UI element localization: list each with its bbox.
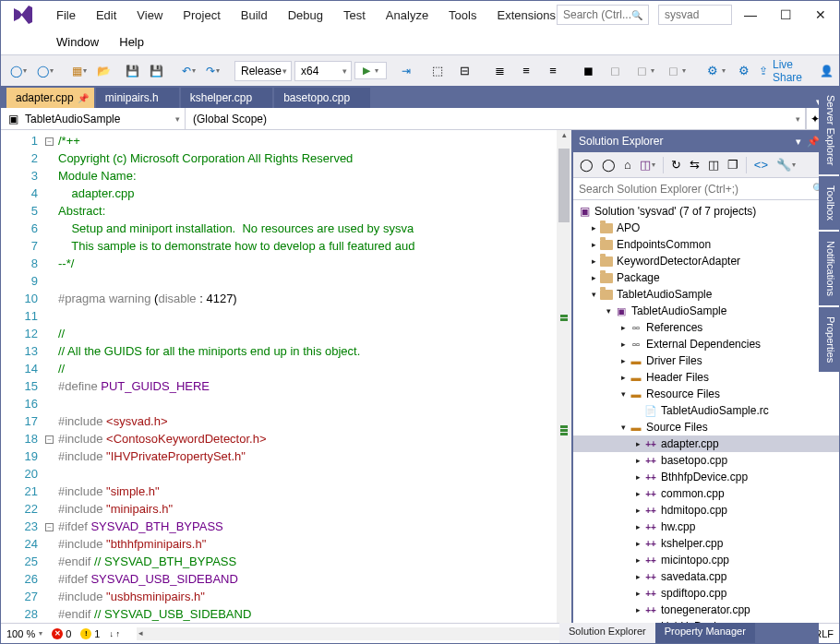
- expand-icon[interactable]: ▸: [618, 356, 629, 365]
- se-copy-icon[interactable]: ❐: [725, 156, 741, 173]
- expand-icon[interactable]: ▸: [632, 506, 643, 515]
- redo-button[interactable]: ↷▾: [202, 62, 223, 80]
- menu-extensions[interactable]: Extensions: [487, 6, 565, 25]
- open-file-button[interactable]: 📂▾: [93, 62, 119, 80]
- bottom-tab-property-manager[interactable]: Property Manager: [655, 623, 755, 643]
- bottom-tab-solution-explorer[interactable]: Solution Explorer: [559, 623, 655, 643]
- se-search[interactable]: 🔍 ▾: [573, 178, 839, 200]
- tree-item-hw-cpp[interactable]: ▸++hw.cpp: [573, 519, 839, 535]
- expand-icon[interactable]: ▸: [632, 605, 643, 614]
- tree-item-kshelper-cpp[interactable]: ▸++kshelper.cpp: [573, 535, 839, 552]
- expand-icon[interactable]: ▸: [588, 240, 599, 249]
- sidetab-notifications[interactable]: Notifications: [819, 232, 839, 305]
- quick-launch-search[interactable]: Search (Ctrl...🔍: [557, 5, 649, 25]
- menu-help[interactable]: Help: [110, 32, 153, 52]
- minimize-button[interactable]: —: [741, 7, 760, 22]
- tree-item-Header-Files[interactable]: ▸▬Header Files: [573, 369, 839, 386]
- tree-item-Source-Files[interactable]: ▾▬Source Files: [573, 419, 839, 435]
- tb-icon-9[interactable]: ⚙▾: [701, 60, 729, 82]
- tb-icon-10[interactable]: ⚙: [732, 60, 756, 82]
- nav-class-select[interactable]: ▣ TabletAudioSample: [1, 108, 186, 129]
- menu-project[interactable]: Project: [174, 6, 229, 25]
- sidetab-properties[interactable]: Properties: [819, 307, 839, 372]
- config-select[interactable]: Release: [234, 61, 292, 81]
- code-editor[interactable]: 1234567891011121314151617181920212223242…: [1, 130, 571, 623]
- fold-gutter[interactable]: −−−−−: [45, 130, 58, 623]
- se-sync-icon[interactable]: ◫▾: [637, 156, 658, 173]
- expand-icon[interactable]: ▸: [632, 555, 643, 565]
- tb-icon-3[interactable]: ≣: [487, 60, 511, 82]
- expand-icon[interactable]: ▸: [618, 373, 629, 382]
- tree-item-basetopo-cpp[interactable]: ▸++basetopo.cpp: [573, 452, 839, 469]
- warning-count[interactable]: !1: [80, 628, 100, 639]
- solution-tree[interactable]: ▣Solution 'sysvad' (7 of 7 projects)▸APO…: [573, 200, 839, 623]
- sidetab-server-explorer[interactable]: Server Explorer: [819, 86, 839, 174]
- sidetab-toolbox[interactable]: Toolbox: [819, 176, 839, 230]
- tree-item-Package[interactable]: ▸Package: [573, 269, 839, 286]
- se-showall-icon[interactable]: ◫: [705, 156, 722, 173]
- tree-item-External-Dependencies[interactable]: ▸▫▫External Dependencies: [573, 336, 839, 352]
- tree-item-savedata-cpp[interactable]: ▸++savedata.cpp: [573, 568, 839, 585]
- save-button[interactable]: 💾: [122, 62, 143, 80]
- se-pin-icon[interactable]: 📌: [807, 136, 820, 148]
- se-back-icon[interactable]: ◯: [577, 156, 596, 173]
- tb-icon-8[interactable]: ◻▾: [661, 60, 690, 82]
- bookmark-icon[interactable]: ◼: [576, 60, 600, 82]
- tree-item-Driver-Files[interactable]: ▸▬Driver Files: [573, 352, 839, 369]
- nav-fwd-button[interactable]: ◯▾: [33, 62, 57, 80]
- tab-kshelper-cpp[interactable]: kshelper.cpp: [181, 88, 272, 108]
- expand-icon[interactable]: ▾: [618, 389, 629, 399]
- tree-item-hdmitopo-cpp[interactable]: ▸++hdmitopo.cpp: [573, 502, 839, 519]
- tb-icon-5[interactable]: ≡: [541, 60, 565, 82]
- tb-icon-4[interactable]: ≡: [514, 60, 538, 82]
- fold-toggle-icon[interactable]: −: [45, 523, 54, 531]
- close-button[interactable]: ✕: [811, 7, 830, 22]
- menu-tools[interactable]: Tools: [439, 6, 486, 25]
- undo-button[interactable]: ↶▾: [178, 62, 199, 80]
- code-content[interactable]: /*++Copyright (c) Microsoft Corporation …: [58, 130, 557, 623]
- menu-debug[interactable]: Debug: [279, 6, 332, 25]
- tab-adapter-cpp[interactable]: adapter.cpp📌: [6, 88, 94, 108]
- expand-icon[interactable]: ▸: [588, 273, 599, 282]
- new-project-button[interactable]: ▦▾: [68, 62, 90, 80]
- menu-build[interactable]: Build: [232, 6, 277, 25]
- tree-item-References[interactable]: ▸▫▫References: [573, 319, 839, 336]
- se-search-input[interactable]: [579, 183, 812, 196]
- expand-icon[interactable]: ▸: [632, 489, 643, 498]
- se-viewcode-icon[interactable]: <>: [751, 156, 771, 173]
- se-dropdown-icon[interactable]: ▾: [796, 136, 801, 148]
- liveshare-button[interactable]: ⇪Live Share 👤: [759, 58, 834, 84]
- se-collapse-icon[interactable]: ⇆: [687, 156, 702, 173]
- expand-icon[interactable]: ▸: [618, 323, 629, 332]
- expand-icon[interactable]: ▸: [618, 340, 629, 349]
- tree-item-TabletAudioSample[interactable]: ▾▣TabletAudioSample: [573, 303, 839, 319]
- tab-minipairs-h[interactable]: minipairs.h: [96, 88, 179, 108]
- tb-icon-6[interactable]: ◻: [603, 60, 627, 82]
- tree-item-common-cpp[interactable]: ▸++common.cpp: [573, 485, 839, 502]
- expand-icon[interactable]: ▸: [632, 439, 643, 448]
- expand-icon[interactable]: ▸: [632, 472, 643, 482]
- menu-view[interactable]: View: [127, 6, 172, 25]
- error-count[interactable]: ✕0: [52, 628, 71, 639]
- menu-analyze[interactable]: Analyze: [377, 6, 438, 25]
- expand-icon[interactable]: ▸: [632, 572, 643, 581]
- expand-icon[interactable]: ▸: [632, 539, 643, 548]
- tree-item-micintopo-cpp[interactable]: ▸++micintopo.cpp: [573, 552, 839, 568]
- tree-item-Resource-Files[interactable]: ▾▬Resource Files: [573, 386, 839, 402]
- scroll-thumb[interactable]: [558, 149, 570, 222]
- menu-test[interactable]: Test: [334, 6, 375, 25]
- se-home-icon[interactable]: ⌂: [621, 156, 634, 173]
- se-fwd-icon[interactable]: ◯: [599, 156, 618, 173]
- expand-icon[interactable]: ▸: [632, 522, 643, 531]
- nav-back-button[interactable]: ◯▾: [6, 62, 30, 80]
- expand-icon[interactable]: ▸: [588, 223, 599, 233]
- start-debugging-button[interactable]: ▶▾: [354, 62, 387, 79]
- nav-scope-select[interactable]: (Global Scope): [186, 108, 806, 129]
- menu-edit[interactable]: Edit: [87, 6, 126, 25]
- solution-node[interactable]: ▣Solution 'sysvad' (7 of 7 projects): [573, 203, 839, 220]
- expand-icon[interactable]: ▸: [632, 456, 643, 465]
- menu-file[interactable]: File: [47, 6, 85, 25]
- se-refresh-icon[interactable]: ↻: [668, 156, 684, 173]
- tree-item-spdiftopo-cpp[interactable]: ▸++spdiftopo.cpp: [573, 585, 839, 602]
- pin-icon[interactable]: 📌: [78, 93, 89, 103]
